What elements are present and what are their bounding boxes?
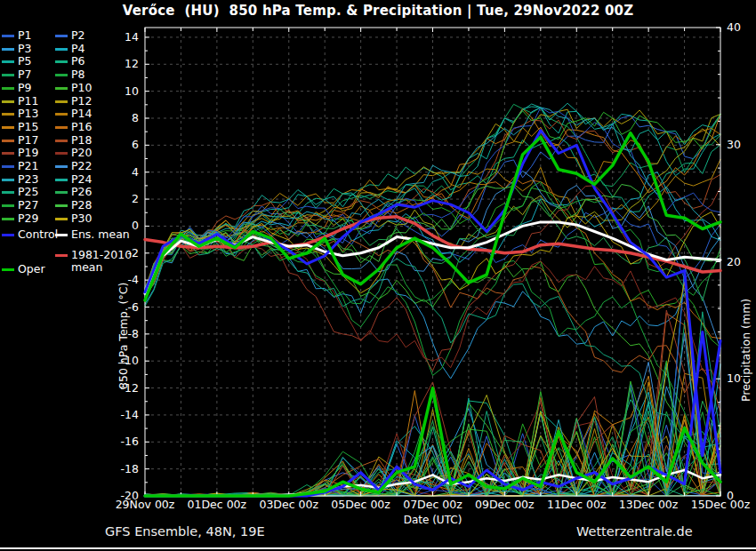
ensemble-member-precip-line <box>145 424 720 496</box>
y-left-tick-label: 4 <box>132 165 139 179</box>
y-left-tick-label: 6 <box>132 138 139 151</box>
y-left-tick-label: 8 <box>132 111 139 124</box>
y-left-tick-label: -14 <box>121 408 139 421</box>
y-right-tick-label: 40 <box>727 20 741 34</box>
x-tick-label: 11Dec 00z <box>547 498 607 511</box>
y-right-tick-label: 30 <box>727 138 741 151</box>
x-tick-label: 15Dec 00z <box>691 498 751 511</box>
y-left-tick-label: -2 <box>128 246 139 260</box>
x-tick-label: 03Dec 00z <box>259 498 318 511</box>
y-left-tick-label: -16 <box>121 435 139 448</box>
x-tick-label: 09Dec 00z <box>475 498 535 511</box>
footer-site-name: Wetterzentrale.de <box>576 524 693 539</box>
y-left-tick-label: 14 <box>125 30 139 44</box>
y-right-tick-label: 20 <box>727 255 741 268</box>
y-right-tick-label: 0 <box>727 489 734 502</box>
x-tick-label: 13Dec 00z <box>619 498 679 511</box>
meteogram-page: Verőce (HU) 850 hPa Temp. & Precipitatio… <box>0 0 756 551</box>
y-left-tick-label: 12 <box>125 57 139 70</box>
x-tick-label: 05Dec 00z <box>331 498 390 511</box>
y-left-tick-label: -18 <box>121 462 139 475</box>
y-left-tick-label: 10 <box>125 84 139 98</box>
y-left-tick-label: -20 <box>121 489 139 502</box>
y-left-tick-label: 0 <box>132 219 139 232</box>
bottom-divider <box>0 547 756 549</box>
footer-model-info: GFS Ensemble, 48N, 19E <box>105 524 265 539</box>
y-left-tick-label: 2 <box>132 192 139 205</box>
ensemble-member-precip-line <box>145 425 720 496</box>
chart-plot: 29Nov 00z01Dec 00z03Dec 00z05Dec 00z07De… <box>0 0 756 551</box>
y-axis-left-label: 850 hPa Temp. (°C) <box>117 283 130 389</box>
x-tick-label: 01Dec 00z <box>188 498 247 511</box>
y-axis-right-label: Precipitation (mm) <box>739 299 752 402</box>
x-tick-label: 07Dec 00z <box>403 498 462 511</box>
